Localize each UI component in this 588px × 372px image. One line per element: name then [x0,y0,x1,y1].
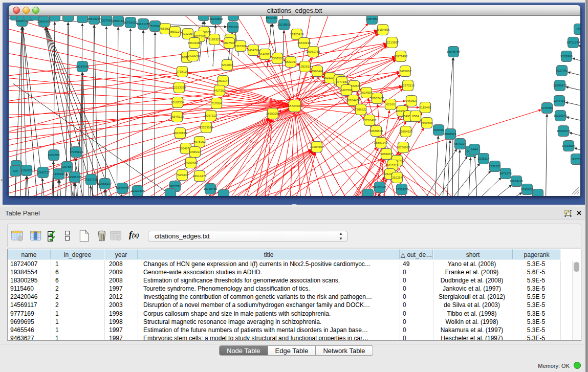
svg-text:9115460: 9115460 [420,106,432,109]
svg-text:20364456: 20364456 [346,99,360,102]
svg-text:7857224: 7857224 [227,26,239,29]
svg-text:14136141: 14136141 [373,186,387,189]
svg-text:9227342: 9227342 [556,69,568,72]
svg-text:8813054: 8813054 [266,16,278,19]
svg-text:252254: 252254 [392,176,403,179]
svg-text:7632621: 7632621 [489,165,501,168]
svg-text:3624554: 3624554 [360,91,373,94]
svg-text:18807249: 18807249 [374,141,388,144]
svg-text:12353594: 12353594 [200,126,213,129]
svg-text:8471676: 8471676 [499,172,512,175]
svg-text:8912954: 8912954 [182,32,194,35]
svg-text:7485063: 7485063 [399,70,411,73]
svg-text:16961758: 16961758 [307,50,320,53]
svg-text:16914479: 16914479 [193,174,207,178]
svg-text:10688609: 10688609 [369,129,383,133]
svg-text:9457791: 9457791 [169,185,181,188]
svg-text:22420046: 22420046 [186,54,200,57]
svg-text:7386322: 7386322 [355,108,367,111]
svg-text:18724007: 18724007 [288,104,302,107]
svg-text:16033809: 16033809 [209,17,223,20]
svg-text:8938923: 8938923 [444,133,456,136]
svg-text:16782759: 16782759 [116,187,129,190]
svg-text:119: 119 [13,169,18,172]
svg-text:8186323: 8186323 [208,38,221,41]
svg-text:9146821: 9146821 [259,53,271,56]
svg-text:19751074: 19751074 [567,41,580,44]
svg-text:17016504: 17016504 [562,144,576,147]
svg-text:5498222: 5498222 [189,150,201,154]
svg-text:15716485: 15716485 [204,187,217,190]
svg-text:8215955: 8215955 [541,106,553,110]
svg-text:9463627: 9463627 [405,99,418,102]
svg-text:9129966: 9129966 [560,55,573,58]
svg-text:19384554: 19384554 [310,145,324,148]
svg-text:12213967: 12213967 [385,41,399,44]
svg-text:6497568: 6497568 [340,89,353,92]
svg-text:12975115: 12975115 [401,84,415,87]
svg-text:8454749: 8454749 [247,49,259,52]
svg-text:1527602: 1527602 [100,19,113,22]
svg-text:1615112: 1615112 [387,164,399,167]
svg-text:1244419: 1244419 [553,99,565,102]
svg-text:13325419: 13325419 [290,33,304,36]
svg-text:9084067: 9084067 [380,152,393,156]
svg-text:9584: 9584 [412,115,419,118]
svg-text:19166872: 19166872 [173,132,187,135]
svg-text:16648784: 16648784 [447,50,461,53]
svg-text:1362615: 1362615 [299,65,311,68]
svg-text:164099: 164099 [433,128,444,132]
svg-text:14099489: 14099489 [184,161,198,164]
svg-text:12323465: 12323465 [131,189,145,192]
svg-text:1145194: 1145194 [53,172,66,176]
svg-text:16533267: 16533267 [88,17,101,20]
svg-text:9860124: 9860124 [169,30,181,33]
svg-text:62160: 62160 [386,103,395,106]
svg-text:12093872: 12093872 [553,84,567,87]
svg-text:16154806: 16154806 [376,28,390,31]
svg-text:8267110: 8267110 [205,114,217,117]
svg-text:9397567: 9397567 [61,165,73,168]
svg-text:9444: 9444 [471,148,478,151]
svg-text:16671355: 16671355 [137,23,150,26]
svg-text:9245652: 9245652 [521,188,533,191]
svg-text:9242848: 9242848 [221,63,233,67]
svg-text:8822037: 8822037 [285,60,297,63]
svg-text:2935114: 2935114 [478,157,490,160]
svg-text:1733426: 1733426 [396,188,408,191]
svg-text:10107554: 10107554 [171,101,185,104]
svg-text:9827508: 9827508 [223,41,235,45]
svg-text:20691406: 20691406 [37,20,51,23]
svg-text:12942757: 12942757 [36,171,50,174]
svg-text:9699695: 9699695 [421,121,433,124]
svg-text:17359924: 17359924 [70,150,83,154]
svg-text:15692971: 15692971 [557,129,571,133]
svg-text:10654112: 10654112 [510,180,524,183]
svg-text:15720407: 15720407 [363,119,377,122]
svg-text:10719155: 10719155 [124,21,138,24]
svg-text:17957275: 17957275 [84,178,98,181]
svg-text:12213369: 12213369 [172,86,186,89]
svg-text:116753: 116753 [571,158,580,161]
svg-text:12905135: 12905135 [68,176,82,179]
svg-text:8427552: 8427552 [213,89,226,92]
svg-text:9777169: 9777169 [336,80,348,83]
svg-text:1112: 1112 [576,28,580,31]
svg-text:7588520: 7588520 [271,57,284,60]
svg-text:16549123: 16549123 [170,115,184,118]
svg-text:2020656: 2020656 [48,154,60,157]
svg-text:16210643: 16210643 [554,114,568,117]
svg-text:19218506: 19218506 [277,23,291,26]
svg-text:2803144: 2803144 [217,79,229,82]
svg-text:10958107: 10958107 [98,182,112,185]
svg-text:1156829: 1156829 [21,169,33,172]
svg-text:16543382: 16543382 [188,41,202,45]
svg-text:6966160: 6966160 [112,19,124,23]
svg-text:7625402: 7625402 [176,173,188,177]
svg-text:10756928: 10756928 [397,146,410,149]
svg-text:20053346: 20053346 [76,65,90,68]
svg-text:2087682: 2087682 [366,17,378,20]
svg-text:8990448: 8990448 [311,70,323,73]
svg-text:10807487: 10807487 [371,97,384,100]
svg-text:10973493: 10973493 [394,55,408,58]
